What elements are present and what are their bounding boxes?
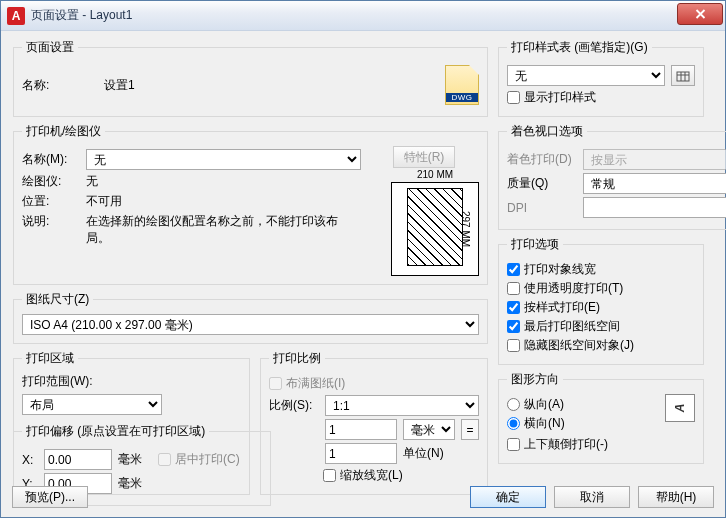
opt-hide-paperspace-label: 隐藏图纸空间对象(J) bbox=[524, 337, 634, 354]
style-table-select[interactable]: 无 bbox=[507, 65, 665, 86]
shade-plot-label: 着色打印(D) bbox=[507, 151, 577, 168]
opt-paperspace-last-check[interactable] bbox=[507, 320, 520, 333]
dpi-input bbox=[583, 197, 726, 218]
paper-size-group: 图纸尺寸(Z) ISO A4 (210.00 x 297.00 毫米) bbox=[13, 291, 488, 344]
printer-legend: 打印机/绘图仪 bbox=[22, 123, 105, 140]
center-plot-check bbox=[158, 453, 171, 466]
location-value: 不可用 bbox=[86, 193, 122, 210]
offset-x-unit: 毫米 bbox=[118, 451, 142, 468]
plot-range-label: 打印范围(W): bbox=[22, 373, 241, 390]
window-title: 页面设置 - Layout1 bbox=[31, 7, 677, 24]
help-button[interactable]: 帮助(H) bbox=[638, 486, 714, 508]
orientation-group: 图形方向 纵向(A) 横向(N) A 上下颠倒打印(-) bbox=[498, 371, 704, 464]
offset-x-input[interactable] bbox=[44, 449, 112, 470]
quality-label: 质量(Q) bbox=[507, 175, 577, 192]
opt-paperspace-last-label: 最后打印图纸空间 bbox=[524, 318, 620, 335]
app-icon: A bbox=[7, 7, 25, 25]
paper-size-legend: 图纸尺寸(Z) bbox=[22, 291, 93, 308]
scale-label: 比例(S): bbox=[269, 397, 319, 414]
scale-unit-a-select[interactable]: 毫米 bbox=[403, 419, 455, 440]
desc-value: 在选择新的绘图仪配置名称之前，不能打印该布局。 bbox=[86, 213, 361, 247]
svg-rect-0 bbox=[677, 72, 689, 81]
plotter-label: 绘图仪: bbox=[22, 173, 80, 190]
shaded-viewport-group: 着色视口选项 着色打印(D) 按显示 质量(Q) 常规 DPI bbox=[498, 123, 726, 230]
opt-styles-check[interactable] bbox=[507, 301, 520, 314]
scale-unit-a-input[interactable] bbox=[325, 419, 397, 440]
plot-scale-group: 打印比例 布满图纸(I) 比例(S): 1:1 bbox=[260, 350, 488, 495]
page-setup-group: 页面设置 名称: 设置1 DWG bbox=[13, 39, 488, 117]
close-button[interactable] bbox=[677, 3, 723, 25]
center-plot-label: 居中打印(C) bbox=[175, 451, 240, 468]
opt-styles-label: 按样式打印(E) bbox=[524, 299, 600, 316]
orientation-legend: 图形方向 bbox=[507, 371, 563, 388]
fit-paper-check bbox=[269, 377, 282, 390]
printer-name-select[interactable]: 无 bbox=[86, 149, 361, 170]
scale-select[interactable]: 1:1 bbox=[325, 395, 479, 416]
opt-hide-paperspace-check[interactable] bbox=[507, 339, 520, 352]
desc-label: 说明: bbox=[22, 213, 80, 230]
preview-button[interactable]: 预览(P)... bbox=[12, 486, 88, 508]
plot-area-legend: 打印区域 bbox=[22, 350, 78, 367]
printer-group: 打印机/绘图仪 名称(M): 无 绘图仪: 无 bbox=[13, 123, 488, 285]
plot-scale-legend: 打印比例 bbox=[269, 350, 325, 367]
style-table-group: 打印样式表 (画笔指定)(G) 无 显示打印样式 bbox=[498, 39, 704, 117]
opt-lineweights-check[interactable] bbox=[507, 263, 520, 276]
plot-options-group: 打印选项 打印对象线宽 使用透明度打印(T) 按样式打印(E) 最后打印图纸空间… bbox=[498, 236, 704, 365]
scale-unit-b-label: 单位(N) bbox=[403, 445, 459, 462]
paper-preview: 210 MM 297 MM bbox=[391, 182, 479, 276]
scale-lineweights-label: 缩放线宽(L) bbox=[340, 467, 403, 484]
show-plot-styles-check[interactable] bbox=[507, 91, 520, 104]
scale-lineweights-check[interactable] bbox=[323, 469, 336, 482]
paper-size-select[interactable]: ISO A4 (210.00 x 297.00 毫米) bbox=[22, 314, 479, 335]
offset-x-label: X: bbox=[22, 453, 38, 467]
shaded-viewport-legend: 着色视口选项 bbox=[507, 123, 587, 140]
opt-transparency-check[interactable] bbox=[507, 282, 520, 295]
page-name-label: 名称: bbox=[22, 77, 80, 94]
upside-down-check[interactable] bbox=[507, 438, 520, 451]
cancel-button[interactable]: 取消 bbox=[554, 486, 630, 508]
dwg-icon: DWG bbox=[445, 65, 479, 105]
style-table-edit-button[interactable] bbox=[671, 65, 695, 86]
show-plot-styles-label: 显示打印样式 bbox=[524, 89, 596, 106]
page-name-value: 设置1 bbox=[104, 77, 135, 94]
style-table-legend: 打印样式表 (画笔指定)(G) bbox=[507, 39, 652, 56]
upside-down-label: 上下颠倒打印(-) bbox=[524, 436, 608, 453]
landscape-label: 横向(N) bbox=[524, 415, 565, 432]
printer-name-label: 名称(M): bbox=[22, 151, 80, 168]
equals-button[interactable]: = bbox=[461, 419, 479, 440]
landscape-radio[interactable] bbox=[507, 417, 520, 430]
location-label: 位置: bbox=[22, 193, 80, 210]
plot-options-legend: 打印选项 bbox=[507, 236, 563, 253]
dpi-label: DPI bbox=[507, 201, 577, 215]
fit-paper-label: 布满图纸(I) bbox=[286, 375, 345, 392]
scale-unit-b-input[interactable] bbox=[325, 443, 397, 464]
shade-plot-select: 按显示 bbox=[583, 149, 726, 170]
properties-button[interactable]: 特性(R) bbox=[393, 146, 456, 168]
orientation-icon: A bbox=[665, 394, 695, 422]
page-setup-legend: 页面设置 bbox=[22, 39, 78, 56]
plot-range-select[interactable]: 布局 bbox=[22, 394, 162, 415]
portrait-radio[interactable] bbox=[507, 398, 520, 411]
offset-legend: 打印偏移 (原点设置在可打印区域) bbox=[22, 423, 209, 440]
portrait-label: 纵向(A) bbox=[524, 396, 564, 413]
plotter-value: 无 bbox=[86, 173, 98, 190]
opt-lineweights-label: 打印对象线宽 bbox=[524, 261, 596, 278]
ok-button[interactable]: 确定 bbox=[470, 486, 546, 508]
quality-select[interactable]: 常规 bbox=[583, 173, 726, 194]
opt-transparency-label: 使用透明度打印(T) bbox=[524, 280, 623, 297]
